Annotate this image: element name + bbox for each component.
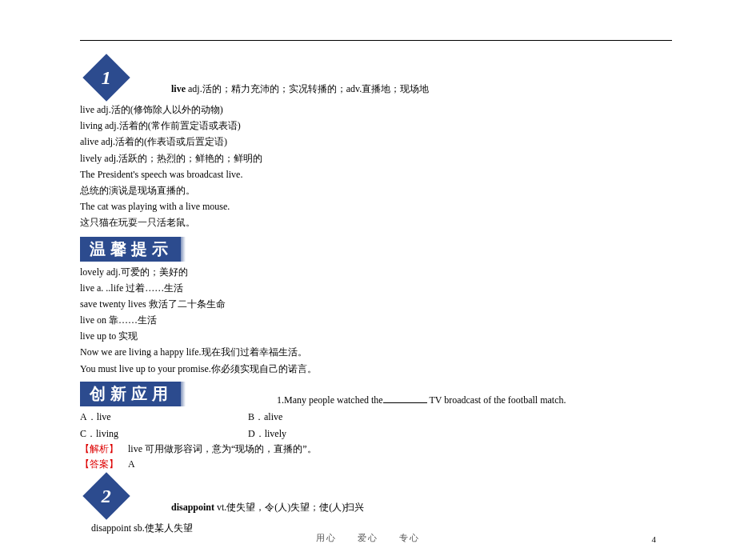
- analysis-text: live 可用做形容词，意为“现场的，直播的”。: [118, 443, 317, 454]
- option-d: D．lively: [248, 426, 416, 442]
- option-c: C．living: [80, 426, 248, 442]
- entry-2-headword: disappoint vt.使失望，令(人)失望；使(人)扫兴: [171, 501, 364, 518]
- tip-line: Now we are living a happy life.现在我们过着幸福生…: [80, 345, 656, 360]
- entry1-line: living adj.活着的(常作前置定语或表语): [80, 118, 656, 134]
- entry1-line: alive adj.活着的(作表语或后置定语): [80, 134, 656, 150]
- tip-line: lovely adj.可爱的；美好的: [80, 265, 656, 280]
- entry1-line: lively adj.活跃的；热烈的；鲜艳的；鲜明的: [80, 151, 656, 166]
- fill-blank: [383, 394, 427, 403]
- footer-words: 用心 爱心 专心: [316, 533, 420, 542]
- question-pre: 1.Many people watched the: [277, 394, 383, 406]
- answer-text: A: [118, 458, 135, 470]
- entry1-line: 总统的演说是现场直播的。: [80, 183, 656, 198]
- tip-line: You must live up to your promise.你必须实现自己…: [80, 362, 656, 377]
- diamond-badge-2: 2: [82, 472, 130, 519]
- entry-1-head-bold: live: [171, 83, 186, 94]
- entry1-line: 这只猫在玩耍一只活老鼠。: [80, 215, 656, 230]
- entry-2-head-rest: vt.使失望，令(人)失望；使(人)扫兴: [214, 502, 364, 513]
- option-a: A．live: [80, 410, 248, 425]
- entry1-line: live adj.活的(修饰除人以外的动物): [80, 102, 656, 118]
- tip-line: save twenty lives 救活了二十条生命: [80, 297, 656, 312]
- diamond-badge-1: 1: [82, 54, 130, 101]
- option-b: B．alive: [248, 410, 416, 425]
- badge-2-number: 2: [102, 485, 111, 506]
- application-row: 创新应用 1.Many people watched the TV broadc…: [80, 382, 656, 406]
- page-number: 4: [652, 534, 657, 544]
- footer: 用心 爱心 专心: [0, 532, 736, 544]
- tip-line: live on 靠……生活: [80, 313, 656, 328]
- entry1-line: The President's speech was broadcast liv…: [80, 167, 656, 182]
- tip-line: live up to 实现: [80, 329, 656, 344]
- entry-1-headword: live adj.活的；精力充沛的；实况转播的；adv.直播地；现场地: [171, 82, 429, 99]
- tip-line: live a. ..life 过着……生活: [80, 281, 656, 296]
- answer-line: 【答案】 A: [80, 457, 656, 472]
- entry1-line: The cat was playing with a live mouse.: [80, 199, 656, 214]
- entry-2-header-row: 2 disappoint vt.使失望，令(人)失望；使(人)扫兴: [80, 479, 656, 518]
- horizontal-rule-top: [80, 40, 672, 41]
- entry-1-header-row: 1 live adj.活的；精力充沛的；实况转播的；adv.直播地；现场地: [80, 61, 656, 99]
- banner-application: 创新应用: [80, 382, 181, 406]
- question-post: TV broadcast of the football match.: [427, 394, 566, 406]
- analysis-line: 【解析】 live 可用做形容词，意为“现场的，直播的”。: [80, 442, 656, 457]
- answer-label: 【答案】: [80, 458, 118, 470]
- analysis-label: 【解析】: [80, 443, 118, 454]
- entry-2-head-bold: disappoint: [171, 502, 214, 513]
- question-text: 1.Many people watched the TV broadcast o…: [277, 394, 566, 406]
- badge-1-number: 1: [102, 67, 111, 89]
- options-grid: A．live B．alive C．living D．lively: [80, 410, 656, 442]
- banner-tip: 温馨提示: [80, 237, 181, 262]
- entry-1-head-rest: adj.活的；精力充沛的；实况转播的；adv.直播地；现场地: [186, 83, 429, 94]
